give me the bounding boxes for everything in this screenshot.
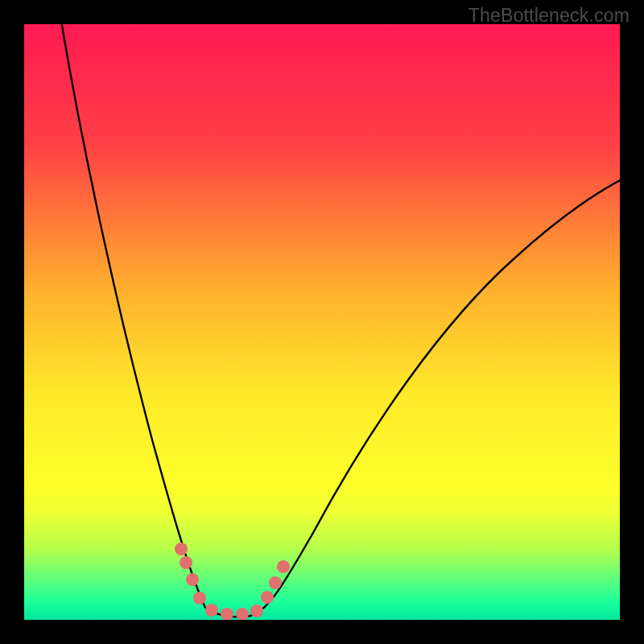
svg-point-11 [277, 560, 290, 573]
svg-point-5 [205, 604, 218, 617]
svg-point-6 [221, 608, 233, 620]
svg-point-3 [186, 573, 199, 586]
svg-point-4 [193, 592, 206, 605]
chart-frame: TheBottleneck.com [0, 0, 644, 644]
curve-layer [24, 24, 620, 620]
curve-right [246, 180, 620, 617]
svg-point-1 [175, 543, 188, 555]
svg-point-10 [269, 576, 282, 589]
curve-left [60, 24, 205, 608]
svg-point-7 [236, 608, 249, 620]
watermark-text: TheBottleneck.com [469, 5, 630, 27]
highlight-dots [175, 543, 290, 620]
svg-point-8 [250, 605, 263, 617]
svg-point-2 [180, 556, 192, 569]
plot-area [24, 24, 620, 620]
svg-point-9 [261, 591, 274, 604]
